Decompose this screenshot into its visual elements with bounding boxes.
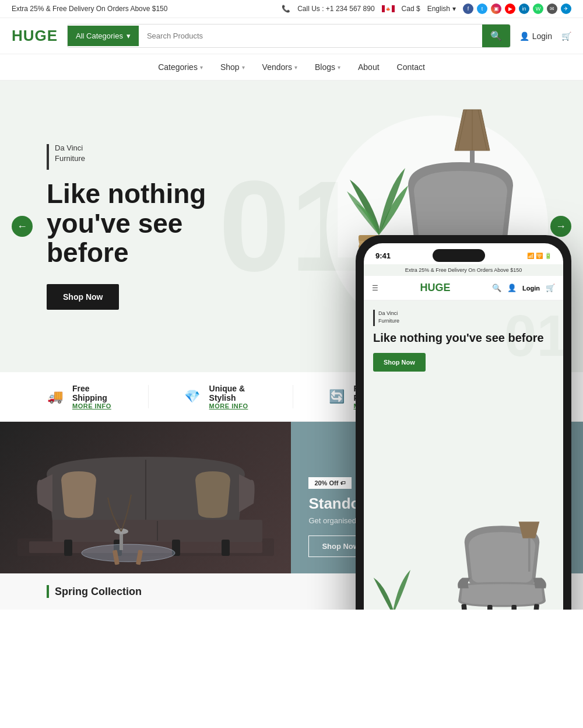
promo-text-area: Extra 25% & Free Delivery On Orders Abov…: [12, 5, 167, 13]
login-label: Login: [532, 32, 552, 41]
svg-rect-22: [222, 540, 230, 556]
email-icon[interactable]: ✉: [547, 4, 557, 14]
product-section: 20% Off 🏷 Standout Storage Get organised…: [0, 422, 583, 573]
navigation: Categories ▾ Shop ▾ Vendors ▾ Blogs ▾ Ab…: [0, 54, 583, 80]
top-bar: Extra 25% & Free Delivery On Orders Abov…: [0, 0, 583, 18]
storage-promo-card: 20% Off 🏷 Standout Storage Get organised…: [291, 422, 583, 573]
hero-brand-text: Da VinciFurniture: [55, 143, 85, 164]
language-selector[interactable]: English ▾: [427, 5, 456, 13]
vendors-chevron-icon: ▾: [294, 64, 297, 71]
secure-link[interactable]: MORE INFO: [489, 402, 536, 410]
hero-title: Like nothing you've see before: [47, 179, 268, 268]
stylish-icon: 💎: [184, 385, 201, 408]
svg-rect-31: [472, 521, 496, 547]
sofa-image: [12, 428, 280, 568]
whatsapp-icon[interactable]: W: [533, 4, 543, 14]
bottom-section: Spring Collection: [0, 573, 583, 610]
category-chevron-icon: ▾: [127, 32, 131, 40]
twitter-icon[interactable]: t: [477, 4, 487, 14]
chair-image: [385, 150, 536, 314]
svg-rect-30: [516, 513, 551, 519]
categories-chevron-icon: ▾: [200, 64, 203, 71]
storage-shop-now-button[interactable]: Shop Now: [308, 536, 373, 557]
language-chevron-icon: ▾: [452, 5, 456, 13]
hero-prev-arrow[interactable]: ←: [12, 216, 33, 237]
unique-stylish-title: Unique & Stylish: [209, 384, 258, 402]
nav-item-blogs[interactable]: Blogs ▾: [315, 62, 340, 72]
header-actions: 👤 Login 🛒: [519, 32, 571, 41]
feature-divider-1: [148, 385, 149, 408]
language-label: English: [427, 5, 450, 13]
feature-divider-3: [428, 385, 429, 408]
svg-rect-9: [440, 273, 447, 305]
youtube-icon[interactable]: ▶: [505, 4, 515, 14]
sofa-product-card[interactable]: [0, 422, 291, 573]
phone-number: Call Us : +1 234 567 890: [297, 5, 374, 13]
svg-rect-11: [503, 272, 512, 307]
telegram-icon[interactable]: ✈: [561, 4, 571, 14]
feature-return: 🔄 Return Policy MORE INFO: [328, 384, 393, 410]
svg-rect-10: [474, 273, 481, 305]
category-dropdown[interactable]: All Categories ▾: [68, 26, 139, 46]
product-grid: 20% Off 🏷 Standout Storage Get organised…: [0, 422, 583, 573]
shipping-icon: 🚚: [47, 385, 64, 408]
tag-icon: 🏷: [340, 480, 346, 486]
currency-label[interactable]: Cad $: [402, 5, 420, 13]
hero-section: ← 01 Da VinciFurniture Like nothing you'…: [0, 80, 583, 372]
currency-flag: 🍁: [382, 5, 395, 12]
return-title: Return Policy: [353, 384, 392, 402]
hero-brand-bar: [47, 144, 49, 170]
cart-button[interactable]: 🛒: [561, 32, 571, 41]
feature-free-shipping: 🚚 Free Shipping MORE INFO: [47, 384, 113, 410]
login-button[interactable]: 👤 Login: [519, 32, 552, 41]
svg-rect-32: [470, 519, 498, 524]
hero-content: Da VinciFurniture Like nothing you've se…: [47, 143, 268, 310]
search-input[interactable]: [139, 26, 482, 46]
storage-plants: [466, 457, 571, 573]
feature-secure: 🔒 Secure Payment MORE INFO: [463, 384, 536, 410]
spring-collection-label: Spring Collection: [55, 586, 142, 598]
nav-item-categories[interactable]: Categories ▾: [158, 62, 203, 72]
unique-stylish-link[interactable]: MORE INFO: [209, 402, 258, 410]
free-shipping-link[interactable]: MORE INFO: [72, 402, 113, 410]
social-icons-group: f t ▣ ▶ in W ✉ ✈: [463, 4, 571, 14]
top-bar-right: 📞 Call Us : +1 234 567 890 🍁 Cad $ Engli…: [282, 4, 571, 14]
features-bar: 🚚 Free Shipping MORE INFO 💎 Unique & Sty…: [0, 372, 583, 422]
storage-plants-image: [466, 457, 571, 573]
nav-item-contact[interactable]: Contact: [397, 62, 425, 72]
promo-text: Extra 25% & Free Delivery On Orders Abov…: [12, 5, 167, 13]
return-link[interactable]: MORE INFO: [353, 402, 392, 410]
svg-rect-13: [519, 299, 521, 308]
svg-rect-19: [64, 540, 72, 556]
discount-badge: 20% Off 🏷: [308, 477, 352, 489]
svg-rect-8: [403, 272, 413, 307]
hero-brand: Da VinciFurniture: [47, 143, 268, 170]
logo[interactable]: HUGE: [12, 27, 58, 45]
nav-item-shop[interactable]: Shop ▾: [220, 62, 245, 72]
feature-divider-2: [293, 385, 293, 408]
header: HUGE All Categories ▾ 🔍 👤 Login 🛒: [0, 18, 583, 54]
feature-unique-stylish: 💎 Unique & Stylish MORE INFO: [184, 384, 258, 410]
secure-title: Secure Payment: [489, 384, 536, 402]
spring-bar: [47, 585, 49, 598]
nav-item-vendors[interactable]: Vendors ▾: [262, 62, 297, 72]
user-icon: 👤: [519, 32, 529, 41]
svg-rect-26: [120, 533, 123, 550]
linkedin-icon[interactable]: in: [519, 4, 529, 14]
phone-icon: 📞: [282, 5, 290, 13]
hero-image-area: [280, 80, 583, 372]
blogs-chevron-icon: ▾: [338, 64, 340, 71]
facebook-icon[interactable]: f: [463, 4, 473, 14]
search-bar: All Categories ▾ 🔍: [67, 24, 511, 48]
svg-point-23: [82, 544, 175, 562]
secure-icon: 🔒: [463, 385, 481, 408]
hero-shop-now-button[interactable]: Shop Now: [47, 284, 119, 310]
cart-icon: 🛒: [561, 32, 571, 41]
shop-chevron-icon: ▾: [242, 64, 245, 71]
svg-rect-29: [519, 515, 548, 547]
hero-next-arrow[interactable]: →: [550, 216, 571, 237]
instagram-icon[interactable]: ▣: [491, 4, 501, 14]
nav-item-about[interactable]: About: [358, 62, 380, 72]
svg-rect-28: [466, 547, 571, 552]
search-button[interactable]: 🔍: [482, 24, 510, 47]
